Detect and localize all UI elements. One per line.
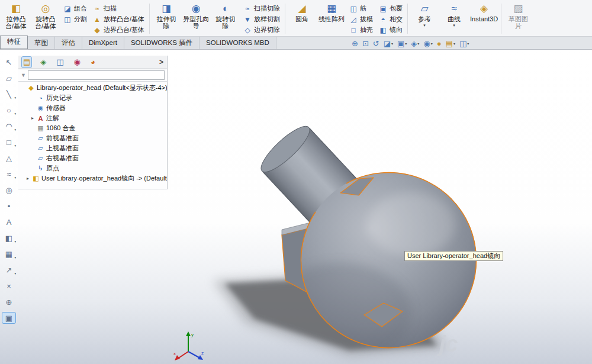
pattern-icon[interactable]: ▦▾ <box>2 249 15 259</box>
displaymanager-tab-icon[interactable]: ◕ <box>89 57 96 67</box>
tree-item-sensors[interactable]: ◉ 传感器 <box>18 103 167 113</box>
zoom-area-icon[interactable]: ⊡ <box>362 39 369 48</box>
circle-icon[interactable]: ○▾ <box>2 105 15 115</box>
extruded-boss-base-button[interactable]: ◧ 拉伸凸 台/基体 <box>1 1 31 36</box>
swept-cut-button[interactable]: ≈ 扫描切除 <box>243 4 280 13</box>
shell-button[interactable]: □ 抽壳 <box>349 25 373 34</box>
extruded-cut-button[interactable]: ◨ 拉伸切 除 <box>152 1 181 36</box>
dropdown-arrow-icon[interactable]: ▾ <box>453 41 455 46</box>
dropdown-arrow-icon[interactable]: ▾ <box>405 41 407 46</box>
icon-glyph: ▱ <box>6 74 12 83</box>
sketch-icon[interactable]: ▱ <box>2 73 15 83</box>
boundary-boss-base-button[interactable]: ◆ 边界凸台/基体 <box>93 25 144 34</box>
dropdown-arrow-icon[interactable]: ▾ <box>391 41 393 46</box>
sketch-picture-button[interactable]: ▨ 草图图 片 <box>503 1 533 36</box>
tree-item-part[interactable]: ◆ Library-operator_head (Default<显示状态-4>… <box>18 83 167 93</box>
expand-arrow-icon[interactable]: ▸ <box>25 176 30 181</box>
dropdown-arrow-icon[interactable]: ▾ <box>431 41 433 46</box>
flyout-arrow-icon[interactable]: ▾ <box>14 240 16 243</box>
tab-sketch[interactable]: 草图 <box>28 37 55 49</box>
tree-item-origin[interactable]: ↳ 原点 <box>18 163 167 173</box>
lofted-cut-button[interactable]: ▼ 放样切割 <box>243 15 280 24</box>
tree-item-right-plane[interactable]: ▱ 右视基准面 <box>18 153 167 163</box>
rib-button[interactable]: ◫ 筋 <box>349 4 373 13</box>
tab-features[interactable]: 特征 <box>0 36 28 49</box>
curves-button[interactable]: ≈ 曲线 ▾ <box>439 1 469 36</box>
move-icon[interactable]: ↗▾ <box>2 265 15 275</box>
sweep-icon: ≈ <box>93 5 101 13</box>
convert-entities-icon[interactable]: ⊕ <box>2 297 15 307</box>
flyout-arrow-icon[interactable]: ▾ <box>14 176 16 179</box>
propertymanager-tab-icon[interactable]: ◈ <box>39 57 47 67</box>
dropdown-arrow-icon[interactable]: ▾ <box>453 23 455 27</box>
linear-pattern-button[interactable]: ▦ 线性阵列 <box>317 1 346 36</box>
hole-wizard-button[interactable]: ◉ 异型孔向 导 <box>181 1 211 36</box>
flyout-arrow-icon[interactable]: ▾ <box>14 128 16 131</box>
button-label: 草图图 <box>509 15 528 22</box>
flyout-arrow-icon[interactable]: ▾ <box>14 144 16 147</box>
view-settings-icon[interactable]: ◫▾ <box>459 39 469 48</box>
tree-item-top-plane[interactable]: ▱ 上视基准面 <box>18 143 167 153</box>
tree-item-front-plane[interactable]: ▱ 前视基准面 <box>18 133 167 143</box>
dropdown-arrow-icon[interactable]: ▾ <box>467 41 469 46</box>
offset-entities-icon[interactable]: ▣ <box>2 313 15 323</box>
filter-funnel-icon: ▼ <box>21 72 26 78</box>
button-label: 边界凸台/基体 <box>104 25 144 34</box>
apply-scene-icon[interactable]: ▤▾ <box>446 39 455 48</box>
arc-icon[interactable]: ◠▾ <box>2 121 15 131</box>
revolved-cut-button[interactable]: ◐ 旋转切 除 <box>211 1 240 36</box>
dropdown-arrow-icon[interactable]: ▾ <box>423 23 426 27</box>
split-button[interactable]: ◫ 分割 <box>63 15 87 24</box>
wrap-button[interactable]: ▣ 包覆 <box>379 4 403 13</box>
point-icon[interactable]: • <box>2 201 15 211</box>
tab-dimxpert[interactable]: DimXpert <box>82 37 124 49</box>
flyout-arrow-icon[interactable]: ▾ <box>14 112 16 115</box>
tree-item-history[interactable]: ◔ 历史记录 <box>18 93 167 103</box>
display-style-icon[interactable]: ◈▾ <box>411 39 419 48</box>
combine-button[interactable]: ◪ 组合 <box>63 4 87 13</box>
flyout-arrow-icon[interactable]: ▾ <box>14 256 16 259</box>
panel-expand-arrow[interactable]: > <box>159 58 163 66</box>
view-orientation-icon[interactable]: ▣▾ <box>397 39 407 48</box>
ellipse-icon[interactable]: ◎ <box>2 185 15 195</box>
fillet-button[interactable]: ◢ 圆角 <box>287 1 317 36</box>
text-icon[interactable]: A <box>2 217 15 227</box>
line-icon[interactable]: ╲▾ <box>2 89 15 99</box>
filter-input[interactable] <box>28 70 165 80</box>
section-view-icon[interactable]: ◪▾ <box>384 39 393 48</box>
icon-glyph: ◈ <box>411 39 417 48</box>
boundary-cut-button[interactable]: ◇ 边界切除 <box>243 25 280 34</box>
rectangle-icon[interactable]: □▾ <box>2 137 15 147</box>
edit-appearance-icon[interactable]: ● <box>437 39 442 48</box>
previous-view-icon[interactable]: ↺ <box>373 39 379 48</box>
dropdown-arrow-icon[interactable]: ▾ <box>417 41 419 46</box>
flyout-arrow-icon[interactable]: ▾ <box>14 272 16 275</box>
dimxpertmanager-tab-icon[interactable]: ◉ <box>73 57 82 67</box>
expand-arrow-icon[interactable]: ▸ <box>30 115 35 121</box>
flyout-arrow-icon[interactable]: ▾ <box>14 96 16 99</box>
spline-icon[interactable]: ≈▾ <box>2 169 15 179</box>
tab-evaluate[interactable]: 评估 <box>55 37 82 49</box>
zoom-fit-icon[interactable]: ⊕ <box>352 39 358 48</box>
mirror-button[interactable]: ◧ 镜向 <box>379 25 403 34</box>
instant3d-button[interactable]: ◈ Instant3D <box>469 1 499 36</box>
configurationmanager-tab-icon[interactable]: ◫ <box>55 57 65 67</box>
polygon-icon[interactable]: △ <box>2 153 15 163</box>
featuremanager-tab-icon[interactable]: ▤ <box>22 57 31 67</box>
intersect-button[interactable]: ◓ 相交 <box>379 15 403 24</box>
reference-geometry-button[interactable]: ▱ 参考 ▾ <box>410 1 439 36</box>
tab-solidworks-addins[interactable]: SOLIDWORKS 插件 <box>124 37 200 49</box>
hide-show-items-icon[interactable]: ◉▾ <box>423 39 432 48</box>
manager-tab-strip: ▤ ◈ ◫ ◉ ◕ > <box>18 56 167 69</box>
tree-item-material[interactable]: ▦ 1060 合金 <box>18 123 167 133</box>
draft-button[interactable]: ◿ 拔模 <box>349 15 373 24</box>
revolved-boss-base-button[interactable]: ◎ 旋转凸 台/基体 <box>31 1 60 36</box>
tree-item-annotations[interactable]: ▸ A 注解 <box>18 113 167 123</box>
lofted-boss-base-button[interactable]: ▲ 放样凸台/基体 <box>93 15 144 24</box>
trim-icon[interactable]: × <box>2 281 15 291</box>
sweep-button[interactable]: ≈ 扫描 <box>93 4 144 13</box>
tab-solidworks-mbd[interactable]: SOLIDWORKS MBD <box>200 37 276 49</box>
select-icon[interactable]: ↖ <box>2 57 15 67</box>
mirror-entities-icon[interactable]: ◧▾ <box>2 233 15 243</box>
tree-item-mirror-feature[interactable]: ▸ ◧ User Library-operator_head镜向 -> (Def… <box>18 173 167 183</box>
